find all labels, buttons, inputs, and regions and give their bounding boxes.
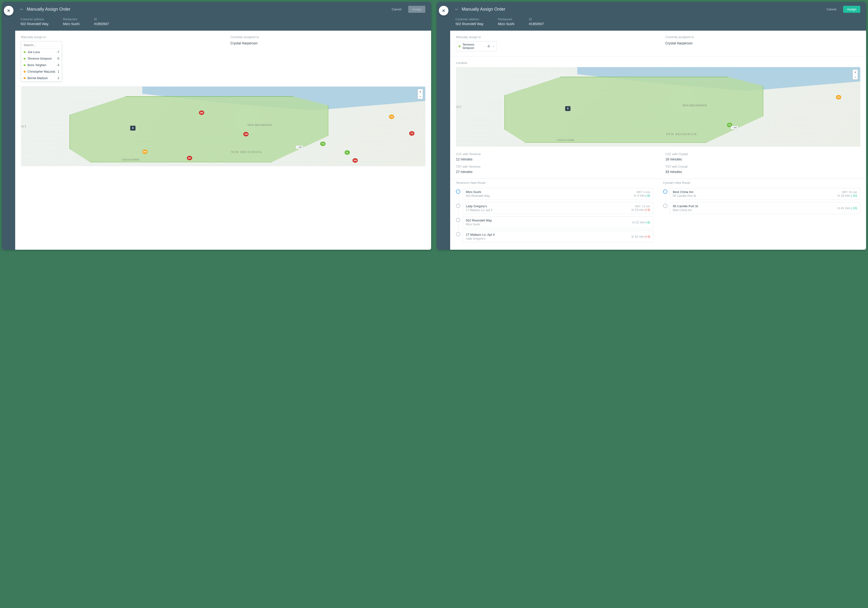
map-city-label-2: NEW BRUNSWICK [666,132,697,136]
courier-score: 1 [57,70,59,73]
close-button[interactable]: ✕ [439,6,448,16]
back-arrow-icon[interactable]: ← [454,7,459,12]
stop-direction-icon: ↓ [663,204,667,208]
assign-button[interactable]: Assign [843,6,860,13]
stop-direction-icon: ↑ [663,190,667,194]
courier-name: Christopher Mazzola [28,70,55,73]
customer-address-value: 502 Rivendell Way [456,22,484,26]
cancel-button[interactable]: Cancel [388,6,405,13]
courier-pin[interactable]: AM [243,132,249,136]
stop-card[interactable]: Best China Inn95 Camille Port StRBT: 16 … [670,188,860,200]
courier-pin[interactable]: TD [409,131,414,135]
route-stop: ↓95 Camille Port StBest China InnIn 41 m… [663,202,860,214]
stop-delta: (+3) [645,208,650,211]
restaurant-pin-label[interactable]: ↑MS [731,126,738,129]
close-button[interactable]: ✕ [4,6,14,16]
stop-eta: In 22 min (-6) [632,221,650,224]
map[interactable]: nerset New Brunswick NEW BRUNSWICK Linco… [21,87,425,166]
page-title: Manually Assign Order [27,7,385,12]
side-strip: ✕ [437,2,450,250]
stop-name: 502 Rivendell Way [466,219,632,222]
stop-address: 95 Camille Port St [673,194,838,197]
customer-address-label: Customer address [456,18,484,21]
courier-pin[interactable]: TS [320,142,326,146]
stop-eta: In 32 min (+3) [631,235,650,238]
chevron-down-icon: ▾ [493,45,494,48]
stop-eta: In 4 min (-6) [634,194,650,197]
stop-delta: (-6) [645,194,650,197]
stop-rbt: RBT: 13 min [631,205,650,208]
courier-select[interactable]: Terrence Simpson -5 ▾ [456,41,497,51]
customer-address-value: 502 Rivendell Way [20,22,48,26]
selected-courier-name: Terrence Simpson [462,43,485,50]
map-zoom-control: + − [852,70,858,79]
stop-direction-icon: ↑ [456,190,460,194]
zoom-in-button[interactable]: + [418,89,423,94]
stop-name: Best China Inn [673,190,838,194]
courier-pin[interactable]: CH [836,95,841,100]
courier-option[interactable]: Bernie Madson 2 [21,75,62,81]
courier-option[interactable]: Christopher Mazzola 1 [21,68,62,75]
stop-eta: In 13 min (+3) [631,208,650,211]
back-arrow-icon[interactable]: ← [20,7,24,12]
courier-pin[interactable]: DB [199,110,204,115]
map[interactable]: nerset New Brunswick NEW BRUNSWICK Linco… [456,67,860,147]
stop-name: 95 Camille Port St [673,204,838,208]
status-dot-icon [24,64,26,66]
courier-pin[interactable]: SM [352,158,358,163]
route-stop: ↓502 Rivendell WayMizo SushiIn 22 min (-… [456,216,653,228]
currently-assigned-value: Crystal Harperson [231,41,426,45]
stop-name: 27 Mattazo Ln, Apt 4 [466,233,631,236]
courier-pin[interactable]: CH [389,115,394,119]
c2c-terrence-label: C2C with Terrence [456,152,651,156]
tdt-crystal-label: TDT with Crystal [665,165,860,168]
stop-card[interactable]: Mizo Sushi502 Rivendell WayRBT: 4 minIn … [463,188,653,200]
courier-option[interactable]: Terrence Simpson -5 [21,56,62,62]
courier-pin[interactable]: BM [142,149,147,154]
map-zone [70,96,328,162]
restaurant-label: Restaurant [63,18,79,21]
route-stop: ↑Best China Inn95 Camille Port StRBT: 16… [663,188,860,200]
stop-direction-icon: ↓ [456,218,460,222]
courier-name: Boris Yerghen [28,64,46,67]
stop-delta: (-10) [851,207,857,210]
zoom-in-button[interactable]: + [853,70,858,75]
status-dot-icon [24,71,26,73]
courier-pin[interactable]: JL [344,150,350,155]
header: ← Manually Assign Order Cancel Assign Cu… [450,2,866,31]
courier-select-open[interactable]: Joe Luca -7 Terrence Simpson -5 Boris Ye… [21,41,62,82]
courier-option-list[interactable]: Joe Luca -7 Terrence Simpson -5 Boris Ye… [21,49,62,81]
cancel-button[interactable]: Cancel [823,6,840,13]
courier-option[interactable]: Joe Luca -7 [21,49,62,56]
destination-pin[interactable]: ⬇ [130,126,135,131]
zoom-out-button[interactable]: − [853,75,858,79]
manually-assign-label: Manually assign to [21,36,216,39]
courier-score: -5 [57,57,59,60]
stop-address: Mizo Sushi [466,223,632,226]
tdt-crystal-value: 33 minutes [665,170,860,174]
courier-name: Joe Luca [28,50,40,54]
tdt-terrence-label: TDT with Terrence [456,165,651,168]
map-area-label: nerset [21,125,27,128]
stop-card[interactable]: 27 Mattazo Ln, Apt 4Lady Gregory'sIn 32 … [463,231,653,243]
map-park-label: Lincoln Park [557,139,574,142]
route-stop: ↑Mizo Sushi502 Rivendell WayRBT: 4 minIn… [456,188,653,200]
tdt-terrence-value: 27 minutes [456,170,651,174]
stop-card[interactable]: 502 Rivendell WayMizo SushiIn 22 min (-6… [463,216,653,228]
stop-card[interactable]: 95 Camille Port StBest China InnIn 41 mi… [670,202,860,214]
courier-pin[interactable]: SH [187,156,192,160]
zoom-out-button[interactable]: − [418,94,423,99]
order-id-value: #1850907 [529,22,544,26]
order-id-label: ID [94,18,109,21]
courier-score: 2 [57,76,59,80]
courier-name: Terrence Simpson [28,57,52,60]
destination-pin[interactable]: ⬇ [565,106,570,111]
stop-card[interactable]: Lady Gregory's27 Mattazo Ln, Apt 4RBT: 1… [463,202,653,214]
restaurant-pin-label[interactable]: ↑MS [296,146,303,149]
selected-courier-score: -5 [487,45,490,48]
stop-eta: In 16 min (-10) [838,194,857,197]
courier-option[interactable]: Boris Yerghen -3 [21,62,62,68]
location-label: Location [456,61,860,65]
stop-direction-icon: ↑ [456,204,460,208]
courier-search-input[interactable] [21,42,62,49]
